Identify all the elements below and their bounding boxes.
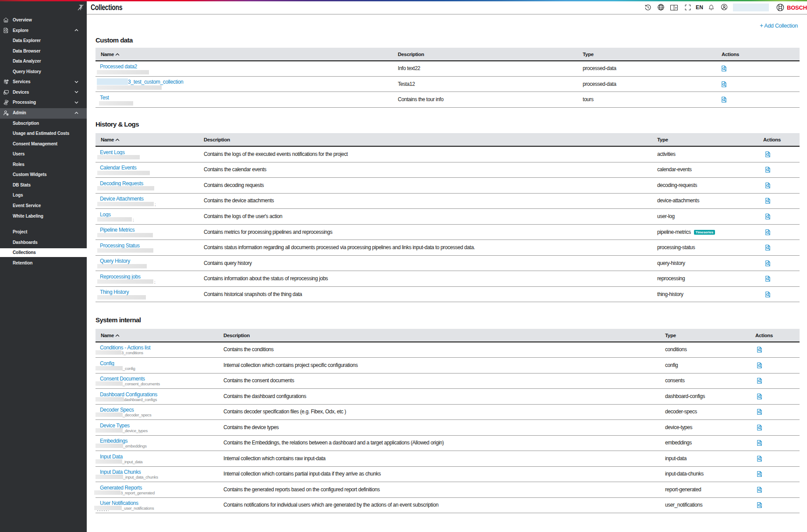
svg-text:?: ?: [675, 6, 677, 10]
